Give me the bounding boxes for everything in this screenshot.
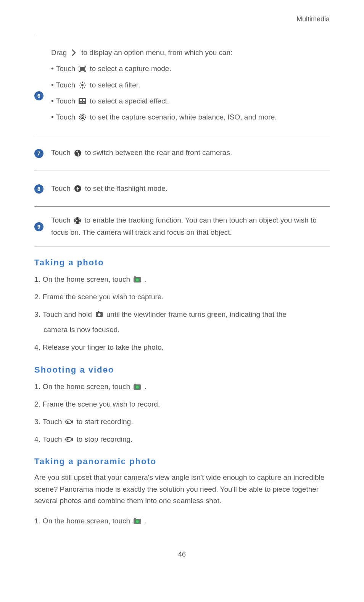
- row-number-badge: 7: [34, 149, 43, 158]
- step-item: Frame the scene you wish to capture.: [34, 291, 330, 303]
- row-number-badge: 6: [34, 91, 43, 100]
- text: Touch: [51, 216, 72, 224]
- steps-list: On the home screen, touch . Frame the sc…: [34, 380, 330, 446]
- section-heading-panorama: Taking a panoramic photo: [34, 457, 330, 466]
- table-row: 7 Touch to switch between the rear and f…: [34, 135, 330, 170]
- text: to set the capture scenario, white balan…: [90, 111, 277, 123]
- row-content: Touch to set the flashlight mode.: [51, 179, 330, 199]
- shutter-icon: [94, 310, 104, 319]
- step-item: Touch to stop recording.: [34, 433, 330, 446]
- switch-camera-icon: [73, 149, 83, 157]
- text: to stop recording.: [77, 433, 133, 446]
- text: to select a capture mode.: [90, 63, 171, 75]
- text-line: Touch to set the flashlight mode.: [51, 182, 330, 195]
- step-item: On the home screen, touch .: [34, 515, 330, 528]
- text: Touch: [56, 95, 76, 107]
- bullet-item: Touch to select a special effect.: [51, 95, 330, 107]
- step-item: Touch to start recording.: [34, 415, 330, 428]
- effect-icon: [77, 97, 87, 105]
- record-icon: [64, 435, 74, 444]
- camera-app-icon: [132, 275, 142, 284]
- text: to display an option menu, from which yo…: [81, 47, 232, 59]
- page-number: 46: [34, 550, 330, 558]
- record-icon: [64, 418, 74, 426]
- chevron-right-icon: [69, 48, 79, 57]
- table-row: 6 Drag to display an option menu, from w…: [34, 35, 330, 135]
- step-item: Frame the scene you wish to record.: [34, 398, 330, 411]
- bullet-item: Touch to select a filter.: [51, 79, 330, 91]
- text: until the viewfinder frame turns green, …: [106, 308, 287, 321]
- bullet-item: Touch to set the capture scenario, white…: [51, 111, 330, 123]
- text: Touch: [43, 433, 62, 446]
- text-line: Touch to switch between the rear and fro…: [51, 147, 330, 159]
- text: .: [145, 273, 147, 286]
- row-content: Touch to switch between the rear and fro…: [51, 143, 330, 163]
- text: Touch: [56, 79, 76, 91]
- flash-icon: [73, 184, 83, 193]
- divider: [34, 247, 330, 247]
- step-item: On the home screen, touch .: [34, 273, 330, 286]
- text: .: [145, 515, 147, 528]
- steps-list: On the home screen, touch .: [34, 515, 330, 528]
- bullet-item: Touch to select a capture mode.: [51, 63, 330, 75]
- text: Touch and hold: [43, 308, 92, 321]
- text: Touch: [51, 147, 71, 159]
- step-item: Release your finger to take the photo.: [34, 341, 330, 354]
- steps-list: On the home screen, touch . Frame the sc…: [34, 273, 330, 354]
- text: On the home screen, touch: [43, 515, 130, 528]
- text: Frame the scene you wish to record.: [43, 398, 160, 411]
- text: On the home screen, touch: [43, 380, 130, 393]
- page-header: Multimedia: [34, 15, 330, 23]
- text: to enable the tracking function. You can…: [51, 216, 317, 236]
- text: On the home screen, touch: [43, 273, 130, 286]
- text: Touch: [51, 182, 71, 195]
- text: to select a filter.: [90, 79, 140, 91]
- row-number-badge: 8: [34, 184, 43, 194]
- capture-mode-icon: [77, 65, 87, 73]
- table-row: 8 Touch to set the flashlight mode.: [34, 171, 330, 206]
- text: Release your finger to take the photo.: [43, 341, 164, 354]
- step-item: On the home screen, touch .: [34, 380, 330, 393]
- text: Drag: [51, 47, 67, 59]
- tracking-icon: [72, 216, 82, 225]
- row-content: Touch to enable the tracking function. Y…: [51, 214, 330, 239]
- text: Touch: [43, 415, 62, 428]
- table-row: 9 Touch to enable the tracking function.…: [34, 207, 330, 247]
- filter-icon: [77, 81, 87, 89]
- text: to start recording.: [77, 415, 133, 428]
- text: camera is now focused.: [34, 323, 330, 336]
- section-heading-taking-photo: Taking a photo: [34, 258, 330, 268]
- text: to switch between the rear and front cam…: [85, 147, 232, 159]
- settings-gear-icon: [77, 113, 87, 121]
- drag-line: Drag to display an option menu, from whi…: [51, 47, 330, 59]
- text: to set the flashlight mode.: [85, 182, 168, 195]
- text: Frame the scene you wish to capture.: [43, 291, 164, 303]
- text: .: [145, 380, 147, 393]
- camera-app-icon: [132, 517, 142, 525]
- section-intro-text: Are you still upset that your camera's v…: [34, 472, 330, 507]
- camera-app-icon: [132, 383, 142, 391]
- section-heading-shooting-video: Shooting a video: [34, 365, 330, 375]
- row-number-badge: 9: [34, 222, 43, 231]
- text: to select a special effect.: [90, 95, 169, 107]
- text: Touch: [56, 111, 76, 123]
- step-item: Touch and hold until the viewfinder fram…: [34, 308, 330, 336]
- row-content: Drag to display an option menu, from whi…: [51, 43, 330, 127]
- text: Touch: [56, 63, 76, 75]
